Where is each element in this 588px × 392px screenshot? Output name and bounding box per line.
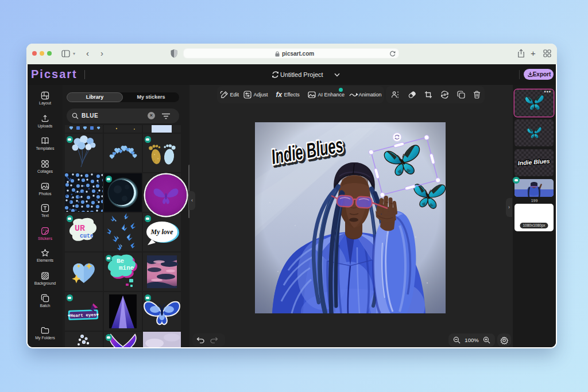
- svg-text:Indie Blues: Indie Blues: [517, 157, 550, 166]
- svg-text:My love: My love: [150, 228, 173, 236]
- svg-text:Be: Be: [117, 258, 125, 265]
- svg-text:cute: cute: [80, 233, 94, 239]
- svg-text:mine: mine: [119, 265, 134, 271]
- svg-text:UR: UR: [75, 224, 85, 234]
